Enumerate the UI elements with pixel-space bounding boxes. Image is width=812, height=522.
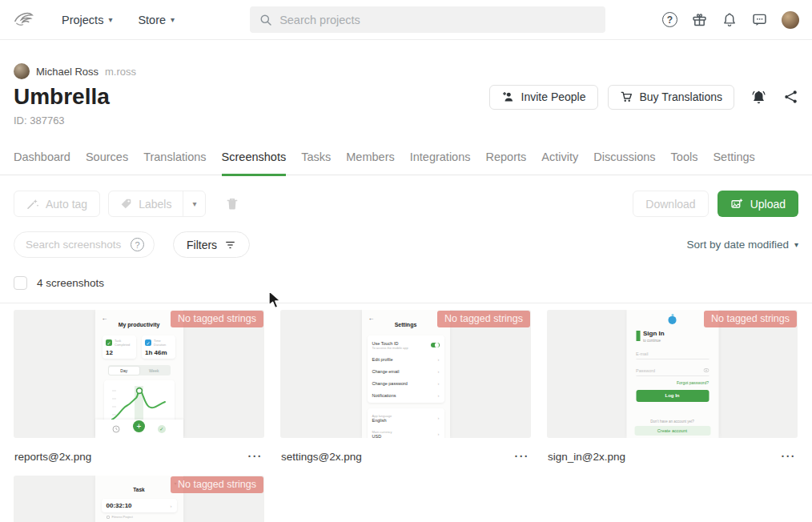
screenshot-filename[interactable]: settings@2x.png: [281, 451, 362, 463]
upload-button[interactable]: Upload: [718, 191, 798, 217]
notifications-bell-icon[interactable]: [722, 11, 738, 28]
global-search[interactable]: [250, 6, 605, 33]
nav-store-menu[interactable]: Store ▾: [138, 14, 175, 26]
tab-reports[interactable]: Reports: [486, 151, 527, 175]
preview-title: My productivity: [119, 322, 160, 327]
app-logo-icon: [669, 316, 677, 324]
upload-label: Upload: [750, 198, 786, 211]
tag-icon: [120, 198, 132, 210]
invite-people-button[interactable]: Invite People: [489, 85, 598, 110]
gift-icon[interactable]: [691, 11, 708, 28]
invite-people-label: Invite People: [521, 90, 586, 103]
share-icon[interactable]: [783, 89, 798, 105]
tab-sources[interactable]: Sources: [86, 151, 128, 175]
magic-wand-icon: [26, 198, 39, 211]
watch-bell-icon[interactable]: [750, 89, 767, 106]
user-avatar[interactable]: [782, 11, 799, 29]
search-help-icon[interactable]: ?: [131, 238, 144, 251]
screenshot-thumbnail[interactable]: No tagged strings Sign In to continue E-…: [547, 310, 798, 438]
back-arrow-icon: ←: [102, 315, 108, 322]
tab-tasks[interactable]: Tasks: [301, 151, 331, 175]
messages-icon[interactable]: [751, 11, 768, 28]
tab-screenshots[interactable]: Screenshots: [222, 151, 287, 176]
top-navbar: Projects ▾ Store ▾ ?: [0, 0, 812, 40]
tab-translations[interactable]: Translations: [143, 151, 206, 175]
labels-dropdown-button[interactable]: ▾: [183, 191, 205, 216]
thumbnail-preview: ← Settings Use Touch ID To access the mo…: [362, 310, 450, 438]
chevron-down-icon: ▾: [108, 15, 112, 24]
screenshot-filename[interactable]: sign_in@2x.png: [548, 451, 625, 463]
thumbnail-preview: Sign In to continue E-mail Password Forg…: [626, 310, 718, 438]
preview-title: Settings: [395, 322, 417, 327]
screenshot-card-task: No tagged strings Task ▾ 00:32:10 › Fitn…: [14, 476, 264, 522]
screenshot-search[interactable]: ?: [14, 231, 155, 258]
tab-tools[interactable]: Tools: [671, 151, 698, 175]
delete-trash-icon[interactable]: [225, 196, 239, 211]
thumbnail-preview: ← My productivity ✓ Task Completed 12 ✓: [95, 310, 183, 438]
project-owner[interactable]: Michael Ross m.ross: [14, 63, 798, 79]
card-menu-button[interactable]: ···: [782, 450, 797, 463]
tab-members[interactable]: Members: [346, 151, 394, 175]
screenshot-card-reports: No tagged strings ← My productivity ✓ Ta…: [14, 310, 264, 476]
screenshot-thumbnail[interactable]: No tagged strings ← Settings Use Touch I…: [280, 310, 531, 438]
select-all-checkbox[interactable]: [14, 276, 27, 290]
sort-label: Sort by date modified: [686, 239, 789, 251]
status-badge: No tagged strings: [171, 476, 263, 493]
thumbnail-preview: Task ▾ 00:32:10 › Fitness Project: [95, 476, 183, 522]
sort-dropdown[interactable]: Sort by date modified ▾: [686, 239, 798, 251]
tab-settings[interactable]: Settings: [713, 151, 754, 175]
chevron-down-icon: ▾: [171, 15, 175, 24]
clock-icon: [112, 425, 120, 433]
back-arrow-icon: ←: [368, 315, 375, 322]
screenshot-card-signin: No tagged strings Sign In to continue E-…: [547, 310, 798, 476]
cart-icon: [620, 90, 633, 103]
person-add-icon: [501, 90, 515, 103]
auto-tag-button[interactable]: Auto tag: [14, 191, 100, 217]
tab-dashboard[interactable]: Dashboard: [14, 151, 70, 175]
image-plus-icon: [730, 198, 743, 210]
search-projects-input[interactable]: [279, 14, 596, 26]
nav-store-label: Store: [138, 14, 166, 26]
filters-button[interactable]: Filters: [173, 231, 250, 258]
status-badge: No tagged strings: [171, 311, 263, 327]
project-id: ID: 387763: [14, 114, 798, 126]
screenshots-grid: No tagged strings ← My productivity ✓ Ta…: [0, 303, 812, 522]
download-button[interactable]: Download: [633, 191, 708, 217]
screenshot-thumbnail[interactable]: No tagged strings Task ▾ 00:32:10 › Fitn…: [14, 476, 264, 522]
owner-username: m.ross: [105, 66, 136, 78]
labels-label: Labels: [139, 198, 171, 211]
filters-label: Filters: [187, 239, 217, 251]
check-icon: ✓: [158, 425, 166, 433]
chevron-down-icon: ▾: [192, 199, 196, 208]
status-badge: No tagged strings: [437, 311, 530, 327]
screenshot-card-settings: No tagged strings ← Settings Use Touch I…: [280, 310, 531, 476]
tab-activity[interactable]: Activity: [541, 151, 578, 175]
chevron-down-icon: ▾: [794, 240, 798, 249]
eye-icon: [703, 368, 709, 372]
search-screenshots-input[interactable]: [26, 239, 131, 251]
owner-name: Michael Ross: [36, 66, 98, 78]
check-icon: ✓: [106, 339, 112, 346]
card-menu-button[interactable]: ···: [515, 450, 530, 463]
project-tabs: Dashboard Sources Translations Screensho…: [0, 151, 812, 175]
labels-button[interactable]: Labels: [109, 191, 183, 216]
tab-integrations[interactable]: Integrations: [410, 151, 471, 175]
screenshot-filename[interactable]: reports@2x.png: [14, 451, 91, 463]
help-icon[interactable]: ?: [662, 12, 677, 27]
auto-tag-label: Auto tag: [46, 198, 87, 211]
toggle-on-icon: [431, 343, 440, 348]
screenshot-thumbnail[interactable]: No tagged strings ← My productivity ✓ Ta…: [14, 310, 264, 438]
tab-discussions[interactable]: Discussions: [593, 151, 655, 175]
buy-translations-button[interactable]: Buy Translations: [608, 85, 735, 110]
page-title: Umbrella: [14, 84, 110, 110]
crowdin-logo-icon[interactable]: [13, 9, 34, 30]
buy-translations-label: Buy Translations: [640, 90, 723, 103]
card-menu-button[interactable]: ···: [248, 450, 263, 463]
labels-split-button: Labels ▾: [108, 191, 206, 217]
search-icon: [259, 14, 272, 26]
nav-projects-menu[interactable]: Projects ▾: [62, 14, 112, 26]
add-button-icon: +: [133, 420, 145, 432]
screenshot-count: 4 screenshots: [37, 277, 104, 289]
download-label: Download: [645, 198, 695, 211]
clock-icon: ✓: [145, 339, 151, 346]
